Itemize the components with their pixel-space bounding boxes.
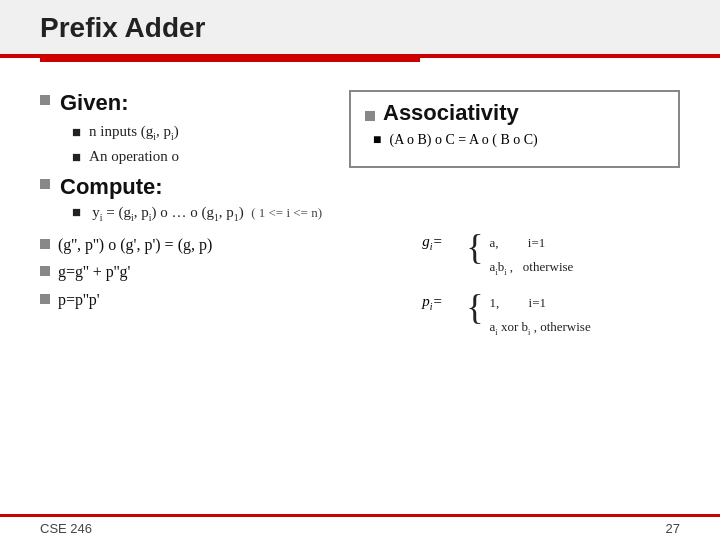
equation-3: p=p''p' <box>40 286 412 313</box>
eq2-icon <box>40 266 50 276</box>
gi-otherwise: otherwise <box>523 259 574 274</box>
pi-label: pi= <box>422 293 460 312</box>
assoc-formula: (A o B) o C = A o ( B o C) <box>389 132 537 148</box>
top-section: Given: ■ n inputs (gi, pi) ■ An operatio… <box>40 90 680 168</box>
pi-case2: ai xor bi , otherwise <box>490 315 591 340</box>
given-bullet2: ■ An operation o <box>72 145 339 169</box>
compute-formula: ■ yi = (gi, pi) o … o (g1, p1) ( 1 <= i … <box>72 204 680 223</box>
eq1-icon <box>40 239 50 249</box>
assoc-heading: Associativity <box>365 100 664 126</box>
given-bullets: ■ n inputs (gi, pi) ■ An operation o <box>72 120 339 168</box>
gi-values: a, i=1 aibi , otherwise <box>490 231 574 279</box>
assoc-title: Associativity <box>383 100 519 126</box>
gi-brace: { <box>466 229 483 265</box>
equation-1: (g'', p'') o (g', p') = (g, p) <box>40 231 412 258</box>
compute-icon <box>40 179 50 189</box>
compute-section: Compute: ■ yi = (gi, pi) o … o (g1, p1) … <box>40 174 680 223</box>
given-title: Given: <box>60 90 128 116</box>
given-operation: An operation o <box>89 145 179 168</box>
equations-section: (g'', p'') o (g', p') = (g, p) g=g'' + p… <box>40 231 412 339</box>
slide: Prefix Adder Given: ■ n inputs (gi, pi) … <box>0 0 720 540</box>
assoc-formula-row: ■ (A o B) o C = A o ( B o C) <box>373 132 664 148</box>
cases-container: gi= { a, i=1 aibi , otherwise pi= { 1, <box>422 231 680 339</box>
gi-case2: aibi , otherwise <box>490 255 574 280</box>
footer: CSE 246 27 <box>0 514 720 540</box>
slide-title: Prefix Adder <box>40 12 680 44</box>
cases-section: gi= { a, i=1 aibi , otherwise pi= { 1, <box>422 231 680 339</box>
associativity-box: Associativity ■ (A o B) o C = A o ( B o … <box>349 90 680 168</box>
assoc-icon <box>365 111 375 121</box>
compute-heading: Compute: <box>40 174 680 200</box>
pi-case1: 1, i=1 <box>490 291 591 314</box>
gi-label: gi= <box>422 233 460 252</box>
equation-2-text: g=g'' + p''g' <box>58 258 130 285</box>
gi-case1: a, i=1 <box>490 231 574 254</box>
compute-title: Compute: <box>60 174 163 200</box>
equation-1-text: (g'', p'') o (g', p') = (g, p) <box>58 231 212 258</box>
pi-values: 1, i=1 ai xor bi , otherwise <box>490 291 591 339</box>
pi-brace: { <box>466 289 483 325</box>
given-section: Given: ■ n inputs (gi, pi) ■ An operatio… <box>40 90 339 168</box>
equation-3-text: p=p''p' <box>58 286 100 313</box>
slide-content: Given: ■ n inputs (gi, pi) ■ An operatio… <box>0 80 720 340</box>
bottom-section: (g'', p'') o (g', p') = (g, p) g=g'' + p… <box>40 231 680 339</box>
eq3-icon <box>40 294 50 304</box>
given-heading: Given: <box>40 90 339 116</box>
footer-page: 27 <box>666 521 680 536</box>
equation-2: g=g'' + p''g' <box>40 258 412 285</box>
gi-row: gi= { a, i=1 aibi , otherwise <box>422 231 680 279</box>
pi-row: pi= { 1, i=1 ai xor bi , otherwise <box>422 291 680 339</box>
title-bar: Prefix Adder <box>0 0 720 58</box>
red-accent-line <box>40 58 420 62</box>
footer-course: CSE 246 <box>40 521 92 536</box>
pi-otherwise: otherwise <box>540 319 591 334</box>
given-bullet1: ■ n inputs (gi, pi) <box>72 120 339 145</box>
given-bullet-icon <box>40 95 50 105</box>
